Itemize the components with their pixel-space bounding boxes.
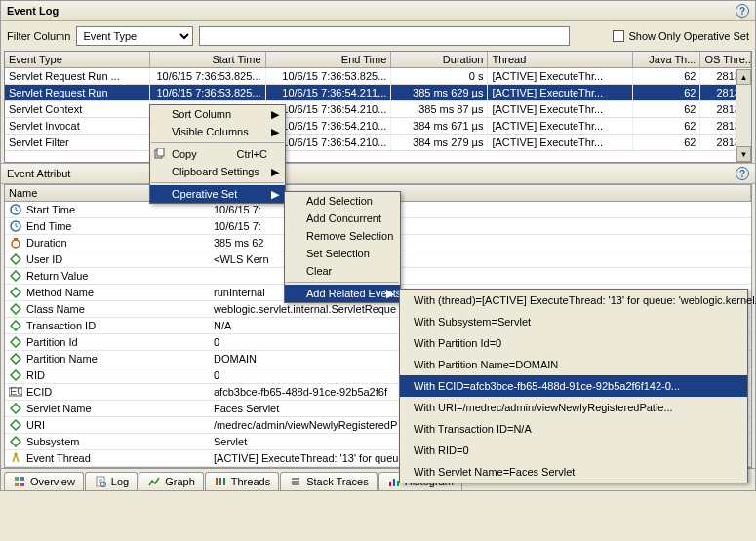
attr-name: RID — [26, 369, 45, 381]
clock-blue-icon — [9, 220, 22, 232]
svg-rect-18 — [292, 478, 299, 480]
table-row[interactable]: Servlet Filter10/6/15 7:36:54.210...384 … — [5, 135, 751, 151]
tab-label: Overview — [30, 476, 75, 487]
table-row[interactable]: Servlet Request Run ...10/6/15 7:36:53.8… — [5, 68, 751, 85]
menu-related-item[interactable]: With URI=/medrec/admin/viewNewlyRegister… — [400, 397, 747, 418]
tab-graph[interactable]: Graph — [139, 472, 204, 490]
svg-point-6 — [15, 453, 18, 456]
filter-row: Filter Column Event Type Show Only Opera… — [1, 21, 755, 51]
tab-label: Log — [111, 476, 129, 487]
event-log-title: Event Log — [7, 5, 59, 17]
tab-label: Threads — [231, 476, 270, 487]
svg-text:ECID: ECID — [10, 387, 22, 397]
table-row[interactable]: Servlet Request Run10/6/15 7:36:53.825..… — [5, 85, 751, 101]
col-os-th[interactable]: OS Thre... — [700, 52, 751, 67]
menu-copy[interactable]: CopyCtrl+C — [150, 145, 285, 163]
tab-stack-traces[interactable]: Stack Traces — [280, 472, 378, 490]
attr-name: Transaction ID — [26, 320, 96, 331]
svg-rect-10 — [20, 483, 24, 486]
menu-add-concurrent[interactable]: Add Concurrent — [285, 210, 400, 227]
col-event-type[interactable]: Event Type — [5, 52, 150, 67]
ecid-icon: ECID — [9, 386, 22, 398]
filter-text-input[interactable] — [199, 26, 570, 46]
tab-log[interactable]: Log — [85, 472, 138, 490]
thread-icon — [9, 452, 22, 464]
event-log-grid: Event Type Start Time End Time Duration … — [4, 51, 752, 163]
attr-name: URI — [26, 419, 45, 431]
diamond-icon — [9, 369, 22, 381]
menu-related-item[interactable]: With Servlet Name=Faces Servlet — [400, 461, 747, 483]
timer-icon — [9, 237, 22, 249]
col-end-time[interactable]: End Time — [266, 52, 392, 67]
graph-icon — [147, 476, 161, 487]
event-attributes-title: Event Attribut — [7, 168, 70, 179]
context-menu-main: Sort Column▶ Visible Columns▶ CopyCtrl+C… — [149, 104, 286, 204]
svg-rect-20 — [292, 483, 299, 485]
attr-name: Partition Name — [26, 353, 98, 365]
menu-related-item[interactable]: With (thread)=[ACTIVE] ExecuteThread: '1… — [400, 290, 747, 311]
diamond-icon — [9, 353, 22, 365]
show-only-operative-set-checkbox[interactable]: Show Only Operative Set — [613, 30, 749, 42]
menu-sort-column[interactable]: Sort Column▶ — [150, 105, 285, 123]
threads-icon — [214, 476, 227, 487]
svg-point-2 — [12, 240, 20, 248]
svg-rect-25 — [157, 148, 164, 156]
menu-visible-columns[interactable]: Visible Columns▶ — [150, 123, 285, 140]
table-row[interactable]: Servlet Invocat10/6/15 7:36:54.210...384… — [5, 118, 751, 135]
attr-name: Partition Id — [26, 336, 78, 348]
menu-remove-selection[interactable]: Remove Selection — [285, 227, 400, 245]
svg-rect-21 — [389, 482, 391, 486]
diamond-icon — [9, 287, 22, 298]
menu-related-item[interactable]: With RID=0 — [400, 440, 747, 461]
event-attributes-header: Event Attribut ? — [1, 163, 755, 184]
scroll-up-icon[interactable]: ▲ — [736, 69, 751, 85]
menu-related-item[interactable]: With Partition Name=DOMAIN — [400, 354, 747, 375]
attr-name: Servlet Name — [26, 403, 92, 414]
attr-name: User ID — [26, 253, 62, 265]
diamond-icon — [9, 336, 22, 348]
grid-header-row: Event Type Start Time End Time Duration … — [5, 52, 751, 68]
clock-blue-icon — [9, 204, 22, 215]
attr-name: Class Name — [26, 303, 85, 315]
log-icon — [94, 476, 107, 487]
tab-overview[interactable]: Overview — [4, 472, 84, 490]
overview-icon — [13, 476, 26, 487]
menu-related-item[interactable]: With Partition Id=0 — [400, 332, 747, 354]
menu-clear[interactable]: Clear — [285, 262, 400, 280]
scroll-down-icon[interactable]: ▼ — [736, 146, 751, 162]
filter-column-select[interactable]: Event Type — [76, 26, 193, 46]
diamond-icon — [9, 253, 22, 265]
menu-clipboard-settings[interactable]: Clipboard Settings▶ — [150, 163, 285, 180]
tab-label: Graph — [165, 476, 195, 487]
col-thread[interactable]: Thread — [488, 52, 633, 67]
diamond-icon — [9, 320, 22, 331]
attr-name: Start Time — [26, 204, 75, 215]
col-duration[interactable]: Duration — [391, 52, 488, 67]
menu-add-related-events[interactable]: Add Related Events▶ — [285, 285, 400, 302]
stack-icon — [289, 476, 302, 487]
copy-icon — [153, 148, 167, 160]
menu-set-selection[interactable]: Set Selection — [285, 245, 400, 262]
menu-add-selection[interactable]: Add Selection — [285, 192, 400, 210]
help-icon[interactable]: ? — [736, 167, 749, 180]
tab-threads[interactable]: Threads — [205, 472, 279, 490]
col-java-th[interactable]: Java Th... — [633, 52, 700, 67]
attr-name: ECID — [26, 386, 52, 398]
col-start-time[interactable]: Start Time — [150, 52, 266, 67]
event-log-header: Event Log ? — [1, 1, 755, 21]
attr-name: End Time — [26, 220, 71, 232]
context-menu-related-events: With (thread)=[ACTIVE] ExecuteThread: '1… — [399, 289, 748, 483]
menu-operative-set[interactable]: Operative Set▶ — [150, 185, 285, 203]
table-row[interactable]: Servlet Context10/6/15 7:36:54.210...385… — [5, 101, 751, 118]
attr-name: Return Value — [26, 270, 88, 282]
menu-related-item[interactable]: With ECID=afcb3bce-fb65-488d-91ce-92b5a2… — [400, 375, 747, 397]
svg-rect-9 — [15, 483, 19, 486]
diamond-icon — [9, 419, 22, 431]
menu-related-item[interactable]: With Transaction ID=N/A — [400, 418, 747, 440]
diamond-icon — [9, 403, 22, 414]
help-icon[interactable]: ? — [736, 4, 749, 18]
diamond-icon — [9, 436, 22, 447]
grid-vscrollbar[interactable]: ▲ ▼ — [736, 69, 751, 162]
attr-name: Method Name — [26, 287, 94, 298]
menu-related-item[interactable]: With Subsystem=Servlet — [400, 311, 747, 332]
